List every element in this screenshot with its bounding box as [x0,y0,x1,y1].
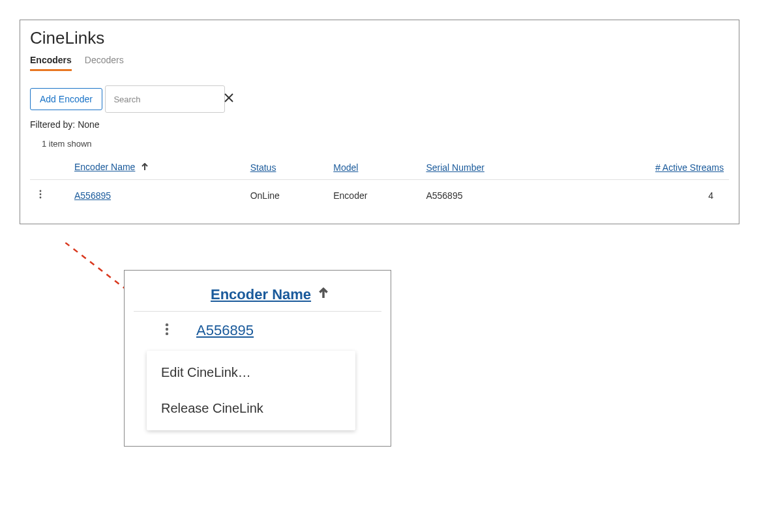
cell-active-streams: 4 [564,180,729,211]
table-row: A556895 OnLine Encoder A556895 4 [30,180,729,211]
sort-asc-icon [319,288,328,302]
svg-point-3 [40,190,42,192]
cinelinks-panel: CineLinks Encoders Decoders Add Encoder … [20,20,739,224]
row-actions-icon[interactable] [160,322,174,339]
encoder-name-link[interactable]: A556895 [74,190,111,201]
tab-decoders[interactable]: Decoders [85,51,124,71]
callout-column-header[interactable]: Encoder Name [211,286,311,303]
clear-search-icon[interactable] [224,93,233,105]
encoder-name-link[interactable]: A556895 [196,322,254,339]
column-active-streams[interactable]: # Active Streams [564,155,729,180]
row-context-menu: Edit CineLink… Release CineLink [147,351,355,430]
page-title: CineLinks [30,28,729,48]
column-serial-number[interactable]: Serial Number [421,155,564,180]
svg-point-9 [166,328,168,331]
column-status[interactable]: Status [245,155,329,180]
item-count: 1 item shown [42,139,729,149]
tab-bar: Encoders Decoders [30,51,729,71]
cell-serial: A556895 [421,180,564,211]
search-field[interactable] [105,85,225,113]
add-encoder-button[interactable]: Add Encoder [30,88,102,110]
svg-point-5 [40,197,42,199]
column-model[interactable]: Model [328,155,421,180]
svg-point-8 [166,323,168,326]
callout-panel: Encoder Name A556895 Edit CineLink… Rele… [124,270,391,447]
svg-point-4 [40,194,42,196]
menu-item-release-cinelink[interactable]: Release CineLink [147,391,355,426]
filter-status: Filtered by: None [30,119,729,130]
column-actions [30,155,69,180]
encoders-table: Encoder Name Status Model Serial Number … [30,155,729,211]
tab-encoders[interactable]: Encoders [30,51,72,71]
callout-row: A556895 [134,312,381,342]
menu-item-edit-cinelink[interactable]: Edit CineLink… [147,355,355,391]
cell-status: OnLine [245,180,329,211]
callout-header: Encoder Name [134,282,381,312]
search-input[interactable] [112,94,224,105]
column-encoder-name[interactable]: Encoder Name [69,155,245,180]
svg-point-10 [166,332,168,335]
cell-model: Encoder [328,180,421,211]
sort-asc-icon [141,162,148,173]
row-actions-icon[interactable] [35,189,46,200]
